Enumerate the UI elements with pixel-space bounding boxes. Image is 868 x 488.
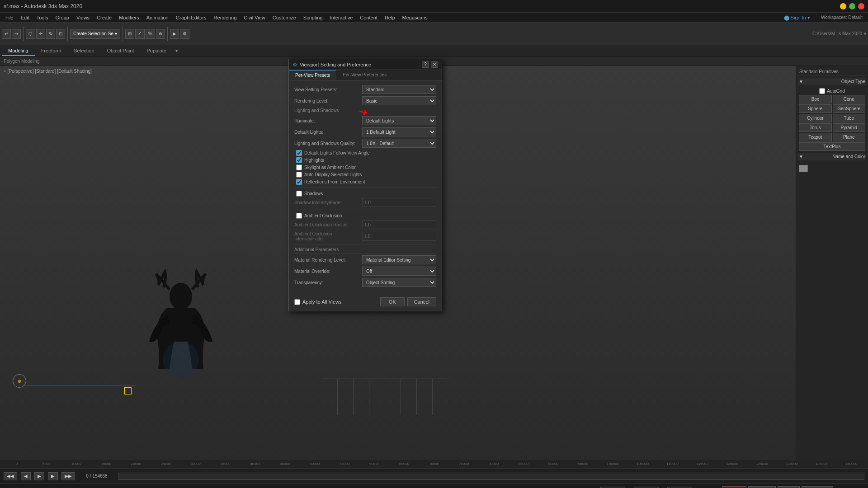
ao-checkbox[interactable] <box>296 213 302 219</box>
lighting-quality-select[interactable]: 1.0X - Default <box>362 139 436 148</box>
apply-all-views-checkbox[interactable] <box>294 299 300 305</box>
pyramid-button[interactable]: Pyramid <box>833 123 866 132</box>
angle-snap-button[interactable]: ∠ <box>135 29 145 39</box>
select-button[interactable]: ⬡ <box>26 29 35 39</box>
menu-help[interactable]: Help <box>381 13 399 23</box>
default-lights-select[interactable]: 1 Default Light <box>362 127 436 136</box>
render-settings-button[interactable]: ⚙ <box>180 29 189 39</box>
tab-per-view-presets[interactable]: Per-View Presets <box>289 70 336 80</box>
primitives-grid: AutoGrid Box Cone Sphere GeoSphere Cylin… <box>798 86 866 153</box>
sphere-button[interactable]: Sphere <box>799 104 832 113</box>
color-swatch[interactable] <box>799 165 808 172</box>
reflections-checkbox[interactable] <box>296 179 302 185</box>
dialog-close-button[interactable]: ✕ <box>431 61 438 68</box>
selected-dropdown[interactable]: Selected <box>748 486 776 488</box>
redo-button[interactable]: ↪ <box>12 29 21 39</box>
timeline-back-button[interactable]: ◀ <box>21 472 31 480</box>
rotate-button[interactable]: ↻ <box>46 29 55 39</box>
ok-button[interactable]: OK <box>380 297 405 306</box>
auto-display-checkbox[interactable] <box>296 172 302 178</box>
menu-create[interactable]: Create <box>93 13 115 23</box>
transparency-select[interactable]: Object Sorting <box>362 278 436 287</box>
auto-key-button[interactable]: Auto Key <box>722 486 747 488</box>
set-key-button[interactable]: Set Key <box>778 486 800 488</box>
highlights-checkbox[interactable] <box>296 157 302 163</box>
more-tabs-icon[interactable]: ▾ <box>175 48 178 54</box>
key-filters-button[interactable]: Key Filters... <box>802 486 833 488</box>
viewport-dialog[interactable]: ⚙ Viewport Setting and Preference ? ✕ Pe… <box>288 59 442 311</box>
menu-graph-editors[interactable]: Graph Editors <box>172 13 210 23</box>
timeline-next-button[interactable]: ▶ <box>48 472 58 480</box>
render-button[interactable]: ▶ <box>170 29 179 39</box>
undo-button[interactable]: ↩ <box>2 29 11 39</box>
menu-file[interactable]: File <box>2 13 17 23</box>
dialog-help-button[interactable]: ? <box>422 61 429 68</box>
material-override-select[interactable]: Off <box>362 267 436 276</box>
path-dropdown-icon[interactable]: ▾ <box>864 31 866 36</box>
plane-button[interactable]: Plane <box>833 133 866 141</box>
timeline-play-button[interactable]: ▶ <box>34 472 44 480</box>
box-button[interactable]: Box <box>799 95 832 103</box>
menu-civil-view[interactable]: Civil View <box>240 13 269 23</box>
ruler-mark-15000: 15000 <box>91 462 121 466</box>
spinner-snap-button[interactable]: ⊛ <box>156 29 165 39</box>
menu-interactive[interactable]: Interactive <box>326 13 357 23</box>
ao-checkbox-row: Ambient Occlusion <box>294 213 436 219</box>
default-lights-follow-checkbox[interactable] <box>296 150 302 156</box>
window-title: sf.max - Autodesk 3ds Max 2020 <box>4 3 82 9</box>
geosphere-button[interactable]: GeoSphere <box>833 104 866 113</box>
shadows-checkbox[interactable] <box>296 191 302 197</box>
material-rendering-select[interactable]: Material Editor Setting <box>362 255 436 264</box>
tab-modeling[interactable]: Modeling <box>2 46 35 56</box>
tab-selection[interactable]: Selection <box>67 46 100 56</box>
cone-button[interactable]: Cone <box>833 95 866 103</box>
menu-customize[interactable]: Customize <box>269 13 300 23</box>
cylinder-button[interactable]: Cylinder <box>799 114 832 122</box>
auto-grid-checkbox[interactable] <box>819 88 825 94</box>
material-override-label: Material Override: <box>294 269 362 274</box>
maximize-button[interactable] <box>849 3 855 9</box>
name-color-section-header[interactable]: ▼ Name and Color <box>798 153 866 160</box>
object-type-section-header[interactable]: ▼ Object Type <box>798 78 866 85</box>
move-button[interactable]: ✛ <box>36 29 45 39</box>
timeline-track[interactable] <box>118 473 864 480</box>
tab-freeform[interactable]: Freeform <box>35 46 68 56</box>
view-setting-presets-select[interactable]: Standard <box>362 85 436 94</box>
menu-megascans[interactable]: Megascans <box>399 13 431 23</box>
ruler-mark-135000: 135000 <box>807 462 836 466</box>
menu-tools[interactable]: Tools <box>33 13 52 23</box>
cancel-button[interactable]: Cancel <box>407 297 436 306</box>
menu-content[interactable]: Content <box>356 13 381 23</box>
timeline-end-button[interactable]: ▶▶ <box>61 472 75 480</box>
snap-button[interactable]: ⊞ <box>125 29 134 39</box>
skylight-checkbox[interactable] <box>296 164 302 170</box>
create-selection-dropdown-icon[interactable]: ▾ <box>115 31 117 36</box>
illuminate-select[interactable]: Default Lights <box>362 116 436 125</box>
menu-scripting[interactable]: Scripting <box>300 13 326 23</box>
menu-edit[interactable]: Edit <box>17 13 33 23</box>
textplus-button[interactable]: TextPlus <box>799 142 865 151</box>
menu-group[interactable]: Group <box>52 13 73 23</box>
torus-button[interactable]: Torus <box>799 123 832 132</box>
tube-button[interactable]: Tube <box>833 114 866 122</box>
minimize-button[interactable] <box>840 3 846 9</box>
menu-rendering[interactable]: Rendering <box>210 13 241 23</box>
tab-populate[interactable]: Populate <box>140 46 172 56</box>
teapot-button[interactable]: Teapot <box>799 133 832 141</box>
close-button[interactable] <box>858 3 864 9</box>
dialog-window-controls[interactable]: ? ✕ <box>422 61 438 68</box>
create-selection-button[interactable]: Create Selection Se ▾ <box>70 29 120 39</box>
percent-snap-button[interactable]: % <box>146 29 155 39</box>
tab-per-view-preferences[interactable]: Per-View Preferences <box>336 70 393 80</box>
window-controls[interactable] <box>840 3 864 9</box>
tab-object-paint[interactable]: Object Paint <box>101 46 141 56</box>
menu-modifiers[interactable]: Modifiers <box>115 13 143 23</box>
illuminate-label: Illuminate: <box>294 118 362 123</box>
menu-views[interactable]: Views <box>73 13 93 23</box>
scale-button[interactable]: ⊡ <box>56 29 65 39</box>
timeline-prev-button[interactable]: ◀◀ <box>4 472 17 480</box>
rendering-level-select[interactable]: Basic <box>362 96 436 105</box>
standard-primitives-label: Standard Primitives <box>798 68 866 76</box>
sign-in-button[interactable]: ⬤ Sign In ▾ <box>780 13 814 23</box>
menu-animation[interactable]: Animation <box>143 13 172 23</box>
